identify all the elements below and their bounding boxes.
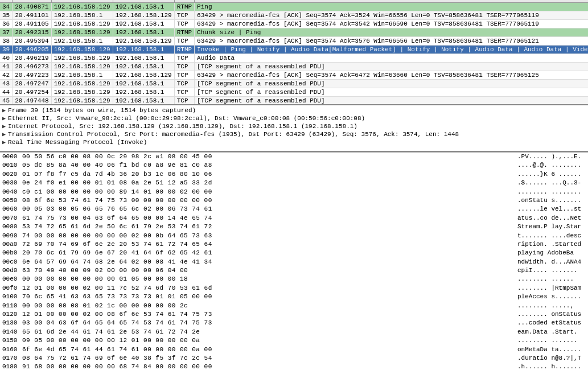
hex-ascii: ....@.@. ........ [517, 161, 586, 170]
time-cell: 20.496205 [13, 46, 51, 54]
hex-bytes: 05 dc 85 8a 40 00 40 06 f1 bd c0 a8 9e 8… [22, 161, 517, 170]
dst-cell: 192.168.158.1 [113, 46, 174, 54]
dst-cell: 192.168.158.1 [113, 63, 174, 71]
table-row[interactable]: 4320.497247192.168.158.129192.168.158.1T… [0, 80, 588, 88]
table-row[interactable]: 3520.491101192.168.158.1192.168.158.129T… [0, 11, 588, 20]
hex-offset: 0140 [2, 328, 22, 336]
hex-row: 015009 05 00 00 00 00 00 00 12 01 00 00 … [0, 336, 588, 345]
info-cell: 63429 > macromedia-fcs [ACK] Seq=3574 Ac… [195, 37, 588, 46]
info-cell: Audio Data [195, 54, 588, 63]
hex-bytes: 20 70 6c 61 79 69 6e 67 20 41 64 6f 62 6… [22, 249, 517, 257]
proto-cell: TCP [174, 80, 194, 88]
hex-ascii: pleAcces s....... [517, 293, 586, 301]
hex-ascii: .duratio n@8.?|,T [517, 354, 586, 363]
src-cell: 192.168.158.1 [51, 11, 113, 20]
detail-row[interactable]: ▶Frame 39 (1514 bytes on wire, 1514 byte… [0, 106, 588, 114]
time-cell: 20.497254 [13, 88, 51, 97]
hex-offset: 0130 [2, 319, 22, 327]
expand-arrow-icon: ▶ [2, 115, 6, 122]
hex-bytes: 6e 64 57 69 64 74 68 2e 64 02 00 08 41 4… [22, 258, 517, 266]
table-row[interactable]: 3920.496205192.168.158.129192.168.158.1R… [0, 46, 588, 54]
no-cell: 39 [0, 46, 13, 54]
hex-row: 011000 00 00 00 08 01 02 1c 00 00 00 00 … [0, 302, 588, 310]
time-cell: 20.497448 [13, 97, 51, 105]
hex-ascii: atus..co de...Net [517, 214, 586, 223]
details-list: ▶Frame 39 (1514 bytes on wire, 1514 byte… [0, 106, 588, 146]
detail-row[interactable]: ▶Internet Protocol, Src: 192.168.158.129… [0, 122, 588, 130]
hex-bytes: 53 74 72 65 61 6d 2e 50 6c 61 79 2e 53 7… [22, 223, 517, 231]
packet-list-container: 3420.490871192.168.158.129192.168.158.1R… [0, 0, 588, 104]
hex-row: 001005 dc 85 8a 40 00 40 06 f1 bd c0 a8 … [0, 161, 588, 170]
no-cell: 41 [0, 63, 13, 71]
detail-row[interactable]: ▶Real Time Messaging Protocol (Invoke) [0, 138, 588, 146]
info-cell: [TCP segment of a reassembled PDU] [195, 88, 588, 97]
src-cell: 192.168.158.1 [51, 71, 113, 80]
time-cell: 20.496219 [13, 54, 51, 63]
table-row[interactable]: 4220.497223192.168.158.1192.168.158.129T… [0, 71, 588, 80]
no-cell: 40 [0, 54, 13, 63]
table-row[interactable]: 4120.496273192.168.158.129192.168.158.1T… [0, 63, 588, 71]
hex-offset: 0180 [2, 363, 22, 370]
src-cell: 192.168.158.129 [51, 46, 113, 54]
no-cell: 42 [0, 71, 13, 80]
table-row[interactable]: 3420.490871192.168.158.129192.168.158.1R… [0, 3, 588, 11]
hex-bytes: 61 74 75 73 00 04 63 6f 64 65 00 00 14 4… [22, 214, 517, 223]
hex-ascii: ......le vel...st [517, 205, 586, 213]
no-cell: 35 [0, 11, 13, 20]
no-cell: 43 [0, 80, 13, 88]
table-row[interactable]: 3720.492315192.168.158.129192.168.158.1R… [0, 28, 588, 37]
hex-row: 014065 61 6d 2e 44 61 74 61 2e 53 74 61 … [0, 328, 588, 336]
hex-offset: 0160 [2, 346, 22, 354]
hex-bytes: 65 61 6d 2e 44 61 74 61 2e 53 74 61 72 7… [22, 328, 517, 336]
proto-cell: RTMP [174, 46, 194, 54]
hex-ascii: .onStatu s....... [517, 196, 586, 205]
hex-bytes: 01 07 f8 f7 c5 da 7d 4b 36 20 b3 1c 06 8… [22, 170, 517, 179]
info-cell: 63429 > macromedia-fcs [ACK] Seq=3574 Ac… [195, 11, 588, 20]
hex-bytes: 00 50 56 c0 00 08 00 0c 29 98 2c a1 08 0… [22, 153, 517, 161]
src-cell: 192.168.158.129 [51, 80, 113, 88]
hex-offset: 00f0 [2, 284, 22, 293]
hex-offset: 0050 [2, 196, 22, 205]
hex-ascii: onMetaDa ta...... [517, 346, 586, 354]
table-row[interactable]: 3620.491105192.168.158.129192.168.158.1T… [0, 20, 588, 28]
detail-text: Frame 39 (1514 bytes on wire, 1514 bytes… [8, 107, 196, 114]
info-cell: Chunk size | Ping [195, 28, 588, 37]
dst-cell: 192.168.158.1 [113, 80, 174, 88]
detail-text: Transmission Control Protocol, Src Port:… [8, 131, 459, 138]
hex-row: 01606f 6e 4d 65 74 61 44 61 74 61 00 00 … [0, 346, 588, 354]
hex-ascii: ........ onStatus [517, 310, 586, 319]
detail-row[interactable]: ▶Transmission Control Protocol, Src Port… [0, 130, 588, 138]
hex-ascii: ........ ........ [517, 188, 586, 196]
hex-ascii: ndWidth. d...ANA4 [517, 258, 586, 266]
expand-arrow-icon: ▶ [2, 139, 6, 146]
table-row[interactable]: 4520.497448192.168.158.129192.168.158.1T… [0, 97, 588, 105]
table-row[interactable]: 4020.496219192.168.158.129192.168.158.1T… [0, 54, 588, 63]
hex-bytes: 74 00 00 00 00 00 00 00 00 02 00 0b 64 6… [22, 232, 517, 240]
hex-ascii: ription. .Started [517, 240, 586, 249]
time-cell: 20.492315 [13, 28, 51, 37]
dst-cell: 192.168.158.129 [113, 71, 174, 80]
hex-offset: 0070 [2, 214, 22, 223]
hex-row: 0040c0 c1 00 00 00 00 00 00 89 14 01 00 … [0, 188, 588, 196]
time-cell: 20.491101 [13, 11, 51, 20]
hex-row: 00b020 70 6c 61 79 69 6e 67 20 41 64 6f … [0, 249, 588, 257]
time-cell: 20.491105 [13, 20, 51, 28]
hex-row: 012012 01 00 00 00 02 00 08 6f 6e 53 74 … [0, 310, 588, 319]
hex-ascii: ........ ....., [517, 302, 586, 310]
hex-ascii: .$...... ...Q..3- [517, 179, 586, 187]
detail-row[interactable]: ▶Ethernet II, Src: Vmware_98:2c:al (00:0… [0, 114, 588, 122]
hex-dump-panel: 000000 50 56 c0 00 08 00 0c 29 98 2c a1 … [0, 152, 588, 370]
hex-bytes: 00 00 00 00 00 00 00 00 01 05 00 00 00 1… [22, 275, 517, 283]
proto-cell: TCP [174, 54, 194, 63]
hex-ascii: ...coded etStatus [517, 319, 586, 327]
packet-table: 3420.490871192.168.158.129192.168.158.1R… [0, 0, 588, 104]
hex-bytes: 70 6c 65 41 63 63 65 73 73 73 73 01 01 0… [22, 293, 517, 301]
hex-row: 002001 07 f8 f7 c5 da 7d 4b 36 20 b3 1c … [0, 170, 588, 179]
proto-cell: TCP [174, 11, 194, 20]
hex-offset: 0030 [2, 179, 22, 187]
table-row[interactable]: 3820.495394192.168.158.1192.168.158.129T… [0, 37, 588, 46]
table-row[interactable]: 4420.497254192.168.158.129192.168.158.1T… [0, 88, 588, 97]
dst-cell: 192.168.158.1 [113, 3, 174, 11]
proto-cell: RTMP [174, 3, 194, 11]
hex-bytes: 0e 24 f0 e1 00 00 01 01 08 0a 2e 51 12 a… [22, 179, 517, 187]
